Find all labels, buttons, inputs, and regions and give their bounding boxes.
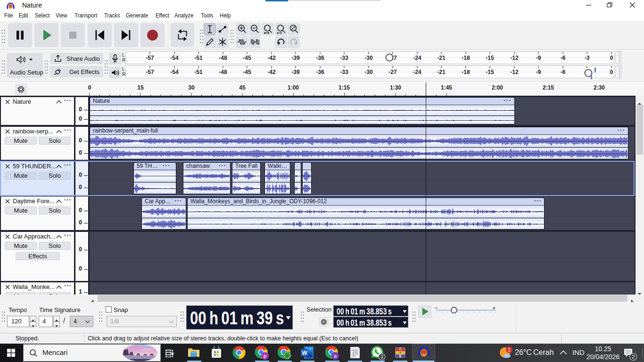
svg-text:3: 3: [380, 354, 383, 360]
svg-text:p: p: [264, 353, 266, 359]
svg-text:2: 2: [632, 354, 635, 360]
svg-text:a: a: [334, 353, 337, 359]
svg-text:W: W: [302, 350, 307, 356]
svg-text:1: 1: [508, 347, 511, 353]
